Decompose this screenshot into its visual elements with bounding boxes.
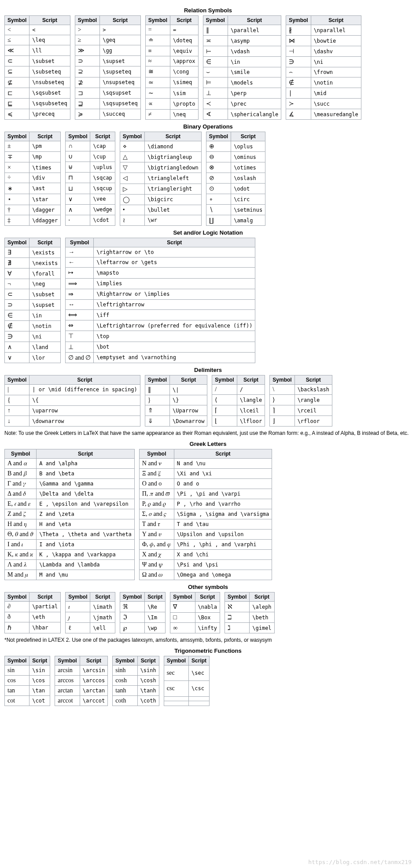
- table-row: ◁\triangleleft: [120, 173, 201, 184]
- section-title: Delimiters: [4, 367, 412, 373]
- table-row: ∞\infty: [170, 623, 220, 633]
- script-cell: >: [100, 25, 140, 35]
- script-cell: \Psi and \psi: [174, 560, 272, 570]
- col-symbol: Symbol: [212, 375, 237, 385]
- symbol-table: SymbolScript\\backslash⟩\rangle⌉\rceil⌋\…: [269, 375, 332, 427]
- script-cell: \arcsin: [80, 666, 108, 676]
- symbol-cell: cosh: [113, 676, 137, 686]
- symbol-cell: arccos: [55, 676, 80, 686]
- script-cell: I and \iota: [37, 540, 135, 550]
- script-cell: \star: [29, 194, 61, 205]
- col-symbol: Symbol: [145, 16, 170, 25]
- script-cell: \ddagger: [29, 215, 61, 226]
- script-cell: \mp: [29, 151, 61, 162]
- script-cell: \sec: [189, 666, 210, 681]
- script-cell: \Im: [145, 612, 166, 623]
- col-symbol: Symbol: [270, 375, 295, 385]
- col-symbol: Symbol: [66, 238, 94, 247]
- script-cell: \{: [29, 395, 140, 405]
- symbol-cell: ≀: [120, 215, 144, 225]
- note: *Not predefined in LATEX 2. Use one of t…: [4, 637, 412, 643]
- script-cell: \pm: [29, 141, 61, 152]
- table-row: ±\pm: [5, 141, 61, 152]
- table-row: ∨\lor: [5, 353, 61, 363]
- script-cell: \jmath: [90, 612, 115, 623]
- table-row: csc\csc: [164, 681, 209, 696]
- table-row: ∪\cup: [66, 151, 115, 162]
- symbol-cell: ≈: [145, 56, 170, 66]
- table-row: ⊔\sqcup: [66, 183, 115, 194]
- symbol-cell: ⊗: [206, 162, 231, 173]
- script-cell: \Omega and \omega: [174, 570, 272, 580]
- script-cell: T and \tau: [174, 519, 272, 530]
- table-row: ∢\sphericalangle: [203, 109, 281, 120]
- col-script: Script: [228, 16, 281, 25]
- symbol-cell: sin: [5, 666, 29, 676]
- script-cell: \leftrightarrow: [94, 299, 255, 309]
- symbol-cell: 𝚤: [66, 602, 90, 612]
- script-cell: \langle: [237, 395, 265, 405]
- symbol-table: SymbolScript⋄\diamond△\bigtriangleup▽\bi…: [120, 132, 202, 226]
- script-cell: \arccos: [80, 676, 108, 686]
- script-cell: \nparallel: [311, 25, 361, 36]
- script-cell: \Upsilon and \upsilon: [174, 530, 272, 540]
- table-row-group: SymbolScript|| or \mid (difference in sp…: [4, 375, 412, 427]
- symbol-cell: ⊥: [66, 342, 94, 352]
- table-row: cot\cot: [5, 696, 50, 706]
- symbol-cell: {: [5, 395, 29, 405]
- symbol-cell: >: [75, 25, 99, 35]
- symbol-cell: •: [120, 205, 144, 215]
- symbol-cell: ∋: [286, 57, 311, 67]
- symbol-cell: cot: [5, 696, 29, 706]
- col-script: Script: [250, 592, 274, 602]
- symbol-cell: ℓ: [66, 623, 90, 633]
- col-script: Script: [231, 132, 265, 141]
- symbol-cell: ⋈: [286, 36, 311, 46]
- script-cell: O and o: [174, 479, 272, 489]
- script-cell: \beth: [250, 612, 274, 623]
- table-row: ⌋\rfloor: [270, 416, 332, 427]
- script-cell: \Theta , \theta and \vartheta: [37, 530, 135, 540]
- symbol-cell: ▽: [120, 162, 144, 173]
- script-cell: M and \mu: [37, 570, 135, 580]
- table-row: Π, 𝜋 and 𝜛\Pi , \pi and \varpi: [139, 489, 272, 499]
- table-row: ▽\bigtriangledown: [120, 162, 201, 173]
- script-cell: \amalg: [231, 215, 265, 226]
- script-cell: \otimes: [231, 162, 265, 173]
- col-symbol: Symbol: [286, 16, 311, 25]
- script-cell: \Lambda and \lambda: [37, 560, 135, 570]
- symbol-cell: O and o: [139, 479, 174, 489]
- table-row: arctan\arctan: [55, 686, 108, 696]
- table-row: ⇓\Downarrow: [145, 416, 207, 427]
- script-cell: \backslash: [295, 385, 332, 395]
- symbol-cell: ∄: [5, 258, 29, 268]
- script-cell: \subseteq: [29, 66, 70, 77]
- symbol-cell: ⊣: [286, 46, 311, 57]
- symbol-cell: Δ and 𝛿: [5, 489, 37, 499]
- table-row: {\{: [5, 395, 140, 405]
- script-cell: \Uparrow: [170, 405, 207, 416]
- script-cell: \nabla: [195, 602, 220, 613]
- script-cell: \sphericalangle: [228, 109, 281, 120]
- table-row: ⊇\supseteq: [75, 66, 140, 77]
- col-script: Script: [170, 375, 207, 385]
- symbol-cell: ≻: [286, 99, 311, 109]
- table-row: ≫\gg: [75, 45, 140, 56]
- table-row: ℑ\Im: [120, 612, 165, 623]
- script-cell: \coth: [137, 696, 159, 706]
- script-cell: \times: [29, 162, 61, 173]
- symbol-cell: ∉: [286, 77, 311, 88]
- symbol-cell: ⊏: [5, 88, 29, 98]
- table-row: ↦\mapsto: [66, 268, 255, 278]
- symbol-cell: ⟹: [66, 278, 94, 289]
- table-row: →\rightarrow or \to: [66, 247, 255, 257]
- table-row: ≃\simeq: [145, 77, 198, 88]
- symbol-cell: ⋄: [120, 141, 144, 152]
- script-cell: \oslash: [231, 173, 265, 184]
- symbol-cell: ∖: [206, 205, 231, 215]
- symbol-cell: ∗: [5, 183, 29, 194]
- script-cell: \mapsto: [94, 268, 255, 278]
- symbol-cell: Θ, 𝜃 and 𝜗: [5, 530, 37, 540]
- table-row: coth\coth: [113, 696, 159, 706]
- col-symbol: Symbol: [145, 375, 169, 385]
